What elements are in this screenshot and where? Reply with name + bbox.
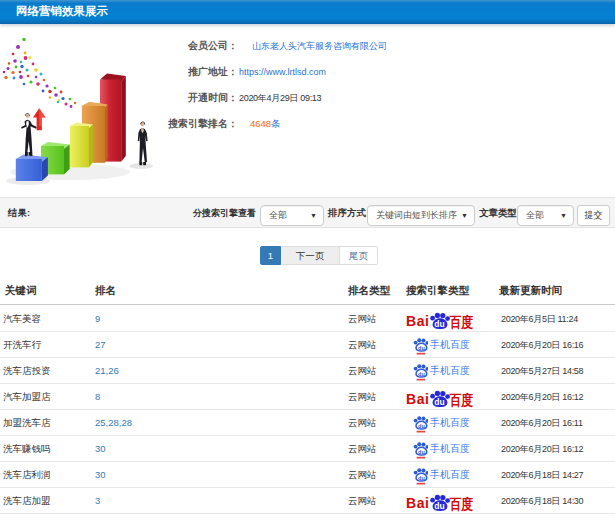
svg-text:Bai: Bai — [406, 313, 430, 329]
svg-text:du: du — [418, 345, 425, 351]
svg-text:Bai: Bai — [406, 391, 430, 407]
svg-text:du: du — [418, 449, 425, 455]
svg-text:du: du — [434, 319, 444, 329]
svg-text:du: du — [418, 475, 425, 481]
svg-text:du: du — [434, 501, 444, 511]
svg-text:Bai: Bai — [406, 495, 430, 511]
svg-text:百度: 百度 — [449, 495, 473, 511]
svg-text:百度: 百度 — [449, 313, 473, 329]
svg-text:百度: 百度 — [449, 391, 473, 407]
svg-text:du: du — [418, 423, 425, 429]
svg-text:du: du — [434, 397, 444, 407]
svg-text:du: du — [418, 371, 425, 377]
